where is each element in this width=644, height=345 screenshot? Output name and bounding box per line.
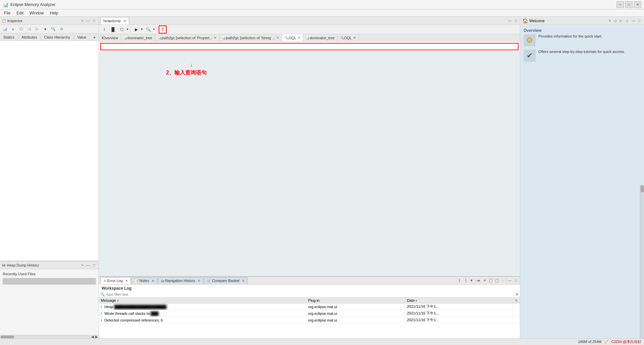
oql-run-dropdown[interactable]: ▼ [140, 25, 144, 34]
heapdump-tab-close[interactable]: ✕ [123, 19, 126, 23]
compare-basket-close[interactable]: ✕ [242, 279, 245, 283]
tab-attributes[interactable]: Attributes [18, 34, 41, 41]
scroll-right-btn[interactable]: ▶ [95, 335, 98, 338]
heapdump-maximize-btn[interactable]: □ [513, 18, 519, 23]
tab-nav-history[interactable]: 🗂 Navigation History ✕ [158, 277, 203, 284]
oql-obj-dropdown[interactable]: ▼ [126, 25, 129, 34]
menu-help[interactable]: Help [47, 10, 61, 16]
minimize-button[interactable]: — [616, 1, 624, 8]
col-message-sort[interactable]: ▾ [117, 299, 119, 302]
path2gc-str-close[interactable]: ✕ [276, 36, 279, 40]
path2gc-prop-icon: 📊 [158, 36, 162, 40]
bottom-tb-btn4[interactable]: ⏮ [476, 278, 481, 283]
maximize-button[interactable]: □ [625, 1, 633, 8]
welcome-minimize-btn[interactable]: — [631, 18, 636, 23]
inspector-forward-icon[interactable]: ▷ [34, 25, 41, 33]
col-message[interactable]: Message ▾ [99, 298, 306, 303]
oql-tab-oql2[interactable]: 🔍 OQL ✕ [337, 34, 359, 41]
col-date[interactable]: Date ▾ [405, 298, 513, 303]
left-scroll-thumb[interactable] [1, 336, 14, 338]
heapdump-minimize-btn[interactable]: — [507, 18, 513, 23]
nav-history-close[interactable]: ✕ [198, 279, 200, 283]
inspector-bar-chart-icon[interactable]: 📊 [1, 25, 9, 33]
menu-file[interactable]: File [1, 10, 13, 16]
log-row-2-date: 2021/11/16 下午1... [405, 310, 513, 317]
tab-notes[interactable]: 📝 Notes ✕ [131, 277, 157, 284]
inspector-minimize-btn[interactable]: — [85, 18, 91, 23]
filter-input[interactable] [106, 292, 515, 296]
heap-dump-maximize-btn[interactable]: □ [91, 263, 97, 268]
tab-compare-basket[interactable]: 🛒 Compare Basket ✕ [204, 277, 248, 284]
bottom-sep2 [506, 278, 506, 283]
col-date-sort[interactable]: ▾ [416, 299, 417, 302]
oql-tab-overview[interactable]: ℹ Overview [99, 34, 121, 41]
status-memory[interactable]: 186M of 254M 🧹 [578, 340, 608, 344]
notes-close[interactable]: ✕ [152, 279, 154, 283]
oql-tab-oql1[interactable]: 🔍 OQL ✕ [282, 34, 303, 41]
oql-run-btn[interactable]: ▶ [132, 25, 140, 34]
dominator2-label: dominator_tree [310, 36, 334, 40]
error-log-close[interactable]: ✕ [125, 279, 128, 283]
log-row-2-blurred: ███ [151, 311, 158, 315]
oql-tab-path2gc-prop[interactable]: 📊 path2gc [selection of 'Propert... ✕ [155, 34, 219, 41]
path2gc-str-label: path2gc [selection of 'String ... [226, 36, 275, 40]
tab-statics[interactable]: Statics [0, 34, 18, 41]
oql-query-input[interactable]: select * from java.util.LinkedHashMap$En… [100, 43, 519, 50]
inspector-dropdown-icon[interactable]: ▼ [42, 25, 49, 33]
quick-start-icon: ⚙ [526, 36, 533, 45]
oql-info-btn[interactable]: i [100, 25, 108, 34]
recently-used-label: Recently Used Files [1, 271, 97, 277]
log-row-3-message: i Detected compressed references, b [99, 317, 306, 324]
scroll-left-btn[interactable]: ◀ [91, 335, 94, 338]
oql-tab-dominator2[interactable]: 📊 dominator_tree [303, 34, 337, 41]
bottom-minimize-btn[interactable]: — [507, 278, 513, 283]
inspector-object-icon[interactable]: ⬡ [17, 25, 25, 33]
inspector-filter-icon[interactable]: 🔍 [50, 25, 57, 33]
bottom-tb-btn7[interactable]: 📋 [494, 278, 499, 283]
path2gc-prop-label: path2gc [selection of 'Propert... [162, 36, 212, 40]
heapdump-main-tab[interactable]: heapdump ✕ [100, 17, 129, 24]
path2gc-prop-close[interactable]: ✕ [214, 36, 216, 40]
bottom-tb-btn3[interactable]: ▼ [469, 278, 474, 283]
close-button[interactable]: ✕ [634, 1, 641, 8]
oql-bar-btn[interactable]: ▐▌ [109, 25, 117, 34]
oql-toolbar: i ▐▌ ⬡ ▼ ▶ ▼ 🔍 ▼ ! [99, 25, 520, 34]
right-scrollbar[interactable] [640, 185, 644, 339]
oql-tab-dominator1[interactable]: 📊 dominator_tree [121, 34, 155, 41]
bottom-tb-btn2[interactable]: ⟧ [463, 278, 468, 283]
welcome-forward-btn[interactable]: ▷ [619, 18, 624, 23]
bottom-tb-btn6[interactable]: 📋 [488, 278, 493, 283]
inspector-extra-icon[interactable]: ⊙ [58, 25, 65, 33]
tab-extra[interactable]: » [90, 34, 99, 41]
tab-value[interactable]: Value [74, 34, 90, 41]
col-plugin[interactable]: Plug-in [306, 298, 405, 303]
col-resize-icon[interactable]: ⇅ [515, 299, 518, 302]
bottom-tb-btn5[interactable]: ✕ [482, 278, 487, 283]
inspector-maximize-btn[interactable]: □ [91, 18, 97, 23]
oql-tab-path2gc-str[interactable]: 📊 path2gc [selection of 'String ... ✕ [219, 34, 282, 41]
oql-filter-dropdown[interactable]: ▼ [152, 25, 156, 34]
tab-error-log[interactable]: ⚠ Error Log ✕ [100, 277, 131, 284]
bottom-tb-btn8[interactable]: ⋮ [500, 278, 505, 283]
welcome-close[interactable]: ✕ [608, 19, 611, 22]
inspector-tabs: Statics Attributes Class Hierarchy Value… [0, 34, 99, 41]
filter-clear-btn[interactable]: ✕ [515, 292, 519, 297]
oql-filter-btn[interactable]: 🔍 [144, 25, 152, 34]
bottom-tb-btn1[interactable]: ⟦ [457, 278, 462, 283]
oql-execute-btn[interactable]: ! [159, 25, 167, 34]
bottom-maximize-btn[interactable]: □ [513, 278, 519, 283]
welcome-back-btn[interactable]: ◁ [612, 18, 618, 23]
welcome-home-btn[interactable]: ⌂ [625, 18, 630, 23]
oql2-close[interactable]: ✕ [353, 36, 356, 40]
menu-window[interactable]: Window [27, 10, 47, 16]
right-scroll-thumb[interactable] [641, 185, 644, 192]
inspector-back-icon[interactable]: ◁ [25, 25, 33, 33]
menu-edit[interactable]: Edit [14, 10, 26, 16]
oql-obj-btn[interactable]: ⬡ [118, 25, 126, 34]
inspector-list-icon[interactable]: ≡ [9, 25, 17, 33]
welcome-maximize-btn[interactable]: □ [637, 18, 642, 23]
heap-dump-minimize-btn[interactable]: — [85, 263, 91, 268]
heap-dump-file-item[interactable] [3, 278, 96, 285]
oql1-close[interactable]: ✕ [298, 36, 300, 40]
tab-class-hierarchy[interactable]: Class Hierarchy [41, 34, 74, 41]
